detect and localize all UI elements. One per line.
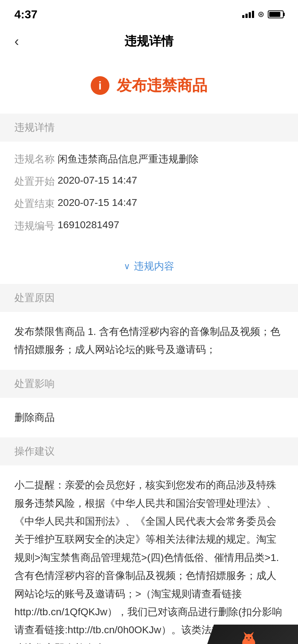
- section-disposal-effect-header: 处置影响: [0, 370, 298, 398]
- detail-value-id: 16910281497: [58, 219, 284, 231]
- black-cat-logo-icon: [238, 630, 259, 644]
- nav-bar: ‹ 违规详情: [0, 25, 298, 58]
- detail-row-end: 处置结束 2020-07-15 14:47: [14, 197, 284, 211]
- section-disposal-reason-header: 处置原因: [0, 284, 298, 312]
- detail-row-start: 处置开始 2020-07-15 14:47: [14, 175, 284, 188]
- wifi-icon: ⊛: [258, 10, 264, 19]
- section-header-text: 违规详情: [14, 122, 55, 133]
- disposal-effect-content: 删除商品: [0, 398, 298, 437]
- section-operation-advice-header: 操作建议: [0, 437, 298, 465]
- back-button[interactable]: ‹: [14, 34, 19, 49]
- svg-marker-2: [244, 632, 247, 635]
- detail-row-id: 违规编号 16910281497: [14, 219, 284, 233]
- signal-icon: [242, 11, 254, 18]
- disposal-reason-content: 发布禁限售商品 1. 含有色情淫秽内容的音像制品及视频；色情招嫖服务；成人网站论…: [0, 312, 298, 370]
- operation-advice-content: 小二提醒：亲爱的会员您好，核实到您发布的商品涉及特殊服务违禁风险，根据《中华人民…: [0, 465, 298, 644]
- violation-link-text[interactable]: 违规内容: [134, 259, 174, 273]
- status-icons: ⊛: [242, 10, 284, 19]
- operation-advice-header-text: 操作建议: [14, 446, 55, 457]
- violation-details-content: 违规名称 闲鱼违禁商品信息严重违规删除 处置开始 2020-07-15 14:4…: [0, 142, 298, 252]
- detail-value-start: 2020-07-15 14:47: [58, 175, 284, 186]
- violation-link-row[interactable]: ∨ 违规内容: [0, 252, 298, 284]
- svg-point-1: [244, 634, 253, 643]
- hero-title: 发布违禁商品: [117, 75, 207, 96]
- detail-label-start: 处置开始: [14, 175, 58, 188]
- detail-label-id: 违规编号: [14, 219, 58, 233]
- status-time: 4:37: [14, 8, 37, 21]
- svg-point-4: [246, 637, 248, 639]
- disposal-effect-header-text: 处置影响: [14, 378, 55, 389]
- svg-point-5: [250, 637, 251, 639]
- page-title: 违规详情: [125, 33, 173, 50]
- status-bar: 4:37 ⊛: [0, 0, 298, 25]
- battery-icon: [268, 10, 284, 18]
- detail-row-name: 违规名称 闲鱼违禁商品信息严重违规删除: [14, 152, 284, 166]
- section-violation-details-header: 违规详情: [0, 114, 298, 142]
- info-icon: i: [91, 76, 109, 95]
- disposal-reason-header-text: 处置原因: [14, 292, 55, 303]
- detail-value-end: 2020-07-15 14:47: [58, 197, 284, 208]
- hero-section: i 发布违禁商品: [0, 58, 298, 114]
- svg-marker-3: [250, 632, 254, 635]
- black-cat-watermark: BLACK CAT: [199, 625, 298, 644]
- detail-label-end: 处置结束: [14, 197, 58, 211]
- detail-label-name: 违规名称: [14, 152, 58, 166]
- detail-value-name: 闲鱼违禁商品信息严重违规删除: [58, 152, 284, 166]
- chevron-down-icon: ∨: [124, 261, 130, 271]
